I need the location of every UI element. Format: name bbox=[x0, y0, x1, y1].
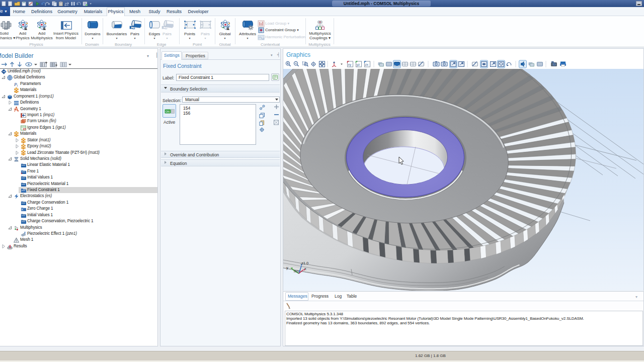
svg-text:zx: zx bbox=[365, 63, 369, 66]
svg-text:mm: mm bbox=[294, 269, 299, 273]
svg-text:i: i bbox=[17, 83, 18, 86]
svg-text:xy: xy bbox=[348, 63, 352, 67]
svg-text:yz: yz bbox=[357, 63, 360, 67]
svg-text:x: x bbox=[304, 266, 306, 271]
svg-text:z1.0: z1.0 bbox=[301, 261, 308, 265]
svg-text:ON: ON bbox=[166, 110, 170, 113]
svg-text:y: y bbox=[286, 265, 288, 270]
